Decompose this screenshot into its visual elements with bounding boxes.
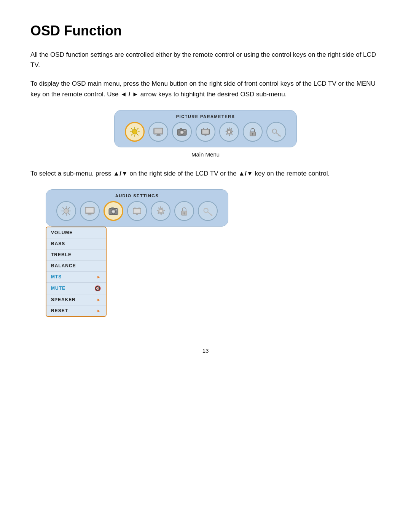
submenu-mts[interactable]: MTS ► — [46, 272, 106, 283]
paragraph-1: All the OSD function settings are contro… — [30, 50, 381, 70]
audio-icon-tv — [127, 201, 147, 221]
svg-rect-48 — [111, 207, 113, 209]
submenu-mute-label: MUTE — [51, 286, 65, 291]
svg-point-32 — [64, 209, 69, 214]
submenu-mute-speaker-icon: 🔇 — [94, 285, 101, 291]
para3-text1: To select a sub-menu, press — [30, 170, 112, 177]
svg-rect-51 — [134, 209, 140, 213]
para2-arrows: ◄ / ► — [120, 91, 140, 98]
svg-rect-20 — [205, 135, 207, 136]
audio-sub-menu-list: VOLUME BASS TREBLE BALANCE MTS ► MUTE 🔇 … — [46, 227, 107, 317]
svg-rect-19 — [202, 130, 209, 134]
svg-point-49 — [116, 209, 117, 210]
submenu-mts-label: MTS — [51, 274, 62, 280]
main-menu-caption: Main Menu — [191, 151, 220, 158]
svg-rect-52 — [136, 214, 138, 215]
audio-icon-lock — [174, 201, 194, 221]
menu-icon-monitor — [148, 122, 168, 142]
submenu-reset-label: RESET — [51, 308, 68, 313]
svg-line-40 — [62, 213, 64, 215]
main-menu-title: PICTURE PARAMETERS — [176, 114, 235, 119]
svg-point-17 — [184, 130, 185, 131]
submenu-mts-arrow: ► — [97, 275, 101, 279]
menu-icon-settings — [219, 122, 239, 142]
audio-icon-settings — [151, 201, 170, 221]
main-menu-figure: PICTURE PARAMETERS — [30, 110, 381, 158]
svg-point-56 — [159, 209, 162, 212]
para2-text2: arrow keys to highlight the desired OSD … — [140, 91, 287, 98]
audio-menu-box: AUDIO SETTINGS — [46, 189, 228, 227]
audio-icon-key — [198, 201, 218, 221]
svg-line-37 — [62, 207, 64, 209]
submenu-volume-label: VOLUME — [51, 230, 73, 235]
svg-rect-16 — [180, 128, 182, 129]
svg-point-28 — [272, 129, 277, 133]
svg-rect-11 — [157, 134, 160, 135]
para3-arrows1: ▲/▼ — [113, 170, 129, 177]
submenu-speaker-arrow: ► — [97, 297, 101, 302]
page-title: OSD Function — [30, 23, 381, 39]
submenu-volume[interactable]: VOLUME — [46, 227, 106, 238]
submenu-bass-label: BASS — [51, 241, 65, 246]
svg-rect-43 — [88, 214, 91, 214]
audio-settings-figure: AUDIO SETTINGS — [46, 189, 381, 317]
menu-icon-tv — [196, 122, 215, 142]
svg-point-26 — [252, 133, 253, 134]
submenu-speaker[interactable]: SPEAKER ► — [46, 294, 106, 305]
svg-point-60 — [204, 208, 208, 212]
svg-rect-42 — [86, 208, 93, 212]
submenu-treble[interactable]: TREBLE — [46, 249, 106, 260]
submenu-reset[interactable]: RESET ► — [46, 305, 106, 316]
menu-icon-key — [266, 122, 286, 142]
svg-line-38 — [68, 213, 70, 215]
page-number: 13 — [30, 347, 381, 354]
svg-line-39 — [68, 207, 70, 209]
svg-rect-10 — [155, 129, 162, 133]
para3-text2: on the right side of the LCD TV or the — [129, 170, 236, 177]
svg-line-6 — [137, 134, 139, 135]
menu-icon-picture — [125, 122, 145, 142]
svg-point-0 — [132, 129, 137, 134]
para3-arrows2: ▲/▼ — [238, 170, 255, 177]
svg-point-15 — [181, 131, 183, 133]
svg-line-8 — [131, 134, 132, 135]
audio-icon-picture — [56, 201, 76, 221]
submenu-speaker-label: SPEAKER — [51, 297, 76, 302]
svg-line-5 — [131, 128, 132, 129]
svg-rect-44 — [88, 215, 92, 216]
submenu-mute[interactable]: MUTE 🔇 — [46, 283, 106, 294]
audio-icon-monitor — [80, 201, 100, 221]
svg-point-47 — [112, 210, 115, 212]
menu-icon-camera — [172, 122, 192, 142]
svg-rect-12 — [156, 135, 161, 136]
main-menu-icons-row — [125, 122, 286, 142]
menu-icon-lock — [243, 122, 263, 142]
main-menu-box: PICTURE PARAMETERS — [114, 110, 297, 147]
paragraph-2: To display the OSD main menu, press the … — [30, 78, 381, 99]
submenu-treble-label: TREBLE — [51, 252, 72, 257]
svg-line-7 — [137, 128, 139, 129]
audio-menu-title: AUDIO SETTINGS — [115, 193, 159, 198]
submenu-balance-label: BALANCE — [51, 263, 76, 268]
submenu-balance[interactable]: BALANCE — [46, 260, 106, 272]
svg-point-58 — [183, 212, 185, 214]
submenu-reset-arrow: ► — [97, 308, 101, 313]
svg-point-24 — [228, 130, 231, 133]
submenu-bass[interactable]: BASS — [46, 238, 106, 249]
paragraph-3: To select a sub-menu, press ▲/▼ on the r… — [30, 168, 381, 179]
audio-menu-icons-row — [56, 201, 218, 221]
audio-icon-camera-active — [104, 201, 123, 221]
para3-text3: key on the remote control. — [255, 170, 330, 177]
